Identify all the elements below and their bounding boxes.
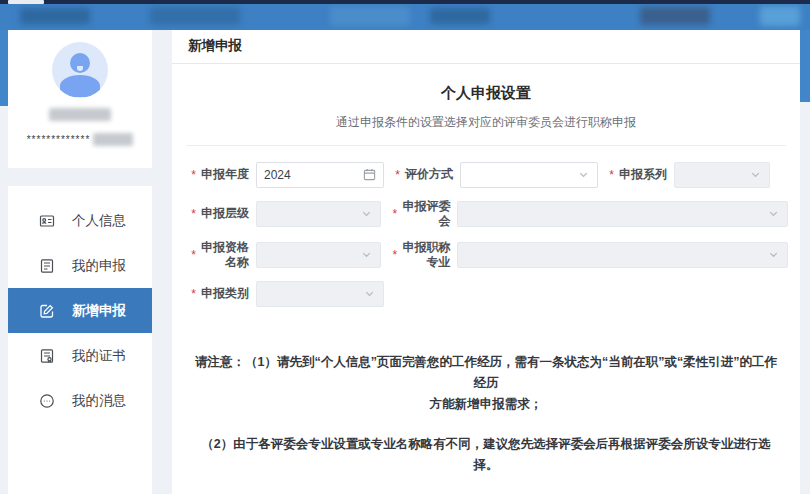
sidebar-item-my-certificates[interactable]: 我的证书	[8, 333, 152, 378]
chevron-down-icon	[359, 248, 373, 262]
sidebar-item-my-applications[interactable]: 我的申报	[8, 243, 152, 288]
avatar	[52, 42, 108, 98]
sidebar-item-label: 我的申报	[72, 257, 126, 275]
top-banner	[0, 4, 810, 30]
banner-redacted-content	[640, 7, 710, 25]
chevron-down-icon	[766, 207, 780, 221]
notice-paragraph-2: （2）由于各评委会专业设置或专业名称略有不同，建议您先选择评委会后再根据评委会所…	[192, 434, 780, 477]
chevron-down-icon	[766, 248, 780, 262]
sidebar-item-label: 个人信息	[72, 212, 126, 230]
chevron-down-icon	[359, 207, 373, 221]
required-asterisk: *	[608, 168, 615, 182]
field-label-specialty: 申报职称专业	[400, 240, 450, 270]
chevron-down-icon	[362, 287, 376, 301]
document-icon	[38, 257, 55, 274]
sidebar-item-personal-info[interactable]: 个人信息	[8, 198, 152, 243]
required-asterisk: *	[391, 207, 398, 221]
field-label-qualification: 申报资格名称	[199, 240, 249, 270]
sidebar-item-label: 我的消息	[72, 392, 126, 410]
sidebar: ************* 个人信息	[8, 30, 152, 494]
profile-card: *************	[8, 30, 152, 168]
notice-text: 请注意：（1）请先到“个人信息”页面完善您的工作经历，需有一条状态为“当前在职”…	[172, 352, 800, 494]
redacted-id-suffix	[93, 133, 133, 146]
banner-redacted-content	[330, 6, 410, 26]
field-label-committee: 申报评委会	[400, 199, 450, 229]
edit-icon	[38, 302, 55, 319]
notice-paragraph-1: 请注意：（1）请先到“个人信息”页面完善您的工作经历，需有一条状态为“当前在职”…	[192, 352, 780, 416]
qualification-select[interactable]	[256, 242, 381, 268]
sidebar-item-new-application[interactable]: 新增申报	[8, 288, 152, 333]
banner-right-edge	[800, 30, 810, 102]
banner-left-edge	[0, 30, 8, 106]
sidebar-item-label: 我的证书	[72, 347, 126, 365]
year-input[interactable]	[264, 168, 362, 182]
banner-redacted-content	[20, 8, 90, 24]
page: ************* 个人信息	[0, 0, 810, 494]
eval-method-select[interactable]	[460, 162, 598, 188]
field-label-series: 申报系列	[617, 167, 667, 182]
certificate-icon	[38, 347, 55, 364]
specialty-select[interactable]	[457, 242, 788, 268]
application-settings-form: * 申报年度 * 评价方式	[172, 146, 800, 318]
chevron-down-icon	[576, 168, 590, 182]
level-select[interactable]	[256, 201, 381, 227]
page-header: 新增申报	[172, 30, 800, 64]
page-subtitle: 通过申报条件的设置选择对应的评审委员会进行职称申报	[172, 114, 800, 131]
calendar-icon	[362, 168, 376, 182]
series-select[interactable]	[674, 162, 770, 188]
required-asterisk: *	[391, 248, 398, 262]
field-label-category: 申报类别	[199, 286, 249, 301]
main-panel: 新增申报 个人申报设置 通过申报条件的设置选择对应的评审委员会进行职称申报 * …	[172, 30, 800, 494]
category-select[interactable]	[256, 281, 384, 307]
required-asterisk: *	[190, 248, 197, 262]
committee-select[interactable]	[457, 201, 788, 227]
required-asterisk: *	[190, 168, 197, 182]
id-card-icon	[38, 212, 55, 229]
message-icon	[38, 392, 55, 409]
required-asterisk: *	[394, 168, 401, 182]
field-label-year: 申报年度	[199, 167, 249, 182]
sidebar-menu: 个人信息 我的申报	[8, 186, 152, 494]
redacted-user-name	[49, 108, 111, 121]
page-title: 个人申报设置	[172, 84, 800, 103]
banner-redacted-content	[430, 8, 490, 24]
banner-redacted-content	[150, 7, 240, 25]
required-asterisk: *	[190, 287, 197, 301]
sidebar-item-label: 新增申报	[72, 302, 126, 320]
chevron-down-icon	[748, 168, 762, 182]
field-label-level: 申报层级	[199, 206, 249, 221]
banner-redacted-content	[760, 6, 800, 26]
year-date-field[interactable]	[256, 162, 384, 188]
masked-id-text: *************	[27, 136, 91, 144]
required-asterisk: *	[190, 207, 197, 221]
field-label-eval-method: 评价方式	[403, 167, 453, 182]
sidebar-item-my-messages[interactable]: 我的消息	[8, 378, 152, 423]
